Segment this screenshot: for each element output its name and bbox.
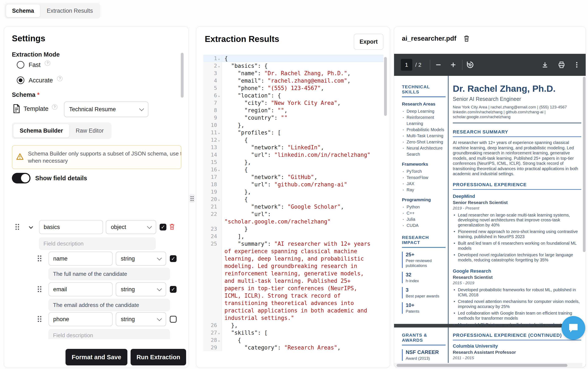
run-extraction-button[interactable]: Run Extraction bbox=[131, 349, 186, 365]
code-line[interactable]: practical applications in both academic … bbox=[203, 307, 383, 314]
code-line[interactable]: industrial settings." bbox=[203, 314, 383, 322]
grip-dots-icon bbox=[190, 196, 194, 201]
tab-raw-editor[interactable]: Raw Editor bbox=[69, 124, 110, 137]
field-type-select[interactable]: object bbox=[106, 220, 156, 234]
field-description-input[interactable]: The full name of the candidate bbox=[49, 268, 170, 280]
pdf-horizontal-scrollbar[interactable] bbox=[394, 363, 582, 368]
field-type-select[interactable]: string bbox=[116, 282, 166, 296]
chat-widget-button[interactable] bbox=[561, 316, 585, 340]
code-line[interactable]: 8 "region": "", bbox=[203, 107, 383, 114]
format-and-save-button[interactable]: Format and Save bbox=[65, 349, 127, 365]
drag-handle-icon[interactable] bbox=[38, 256, 42, 262]
radio-accurate[interactable]: Accurate ? bbox=[17, 76, 63, 84]
code-line[interactable]: modeling. Led groundbreaking research in bbox=[203, 262, 383, 270]
field-type-select[interactable]: string bbox=[116, 252, 166, 266]
code-line[interactable]: 18 "url": "github.com/rzhang-ai" bbox=[203, 181, 383, 188]
delete-field-button[interactable] bbox=[169, 224, 175, 230]
resume-main: Dr. Rachel Zhang, Ph.D. Senior AI Resear… bbox=[453, 83, 581, 332]
code-line[interactable]: 12⌄ { bbox=[203, 136, 383, 144]
code-line[interactable]: 15 }, bbox=[203, 158, 383, 166]
skill-item: Reinforcement Learning bbox=[402, 114, 446, 127]
field-required-checkbox[interactable]: ✓ bbox=[170, 255, 177, 262]
field-name-input[interactable]: basics bbox=[39, 220, 103, 234]
code-line[interactable]: 23 } bbox=[203, 225, 383, 233]
code-line[interactable]: 3 "name": "Dr. Rachel Zhang, Ph.D.", bbox=[203, 70, 383, 77]
field-name-input[interactable]: email bbox=[49, 282, 113, 296]
code-line[interactable]: 28⌄ { bbox=[203, 336, 383, 344]
code-line[interactable]: reinforcement learning, generative model… bbox=[203, 270, 383, 277]
code-line[interactable]: 25 "summary": "AI researcher with 12+ ye… bbox=[203, 240, 383, 247]
code-line[interactable]: of experience spanning classical machine bbox=[203, 247, 383, 255]
drag-handle-icon[interactable] bbox=[38, 286, 42, 293]
settings-scrollbar[interactable] bbox=[181, 53, 184, 98]
skill-item: TensorFlow bbox=[402, 174, 446, 181]
radio-fast[interactable]: Fast ? bbox=[17, 61, 50, 69]
help-icon[interactable]: ? bbox=[57, 76, 63, 81]
drag-handle-icon[interactable] bbox=[38, 316, 42, 322]
code-line[interactable]: 7 "city": "New York City Area", bbox=[203, 99, 383, 107]
field-description-input[interactable]: The email address of the candidate bbox=[49, 299, 170, 311]
delete-pdf-button[interactable] bbox=[463, 35, 470, 42]
help-icon[interactable]: ? bbox=[45, 60, 50, 66]
page-number-input[interactable]: 1 bbox=[401, 59, 412, 71]
chevron-down-icon bbox=[157, 286, 162, 291]
show-field-details-toggle[interactable] bbox=[12, 173, 31, 184]
tab-extraction-results[interactable]: Extraction Results bbox=[41, 4, 99, 17]
code-line[interactable]: 17 "network": "GitHub", bbox=[203, 173, 383, 181]
rule bbox=[453, 340, 581, 340]
code-line[interactable]: 10 }, bbox=[203, 121, 383, 129]
skills-title: TECHNICAL SKILLS bbox=[402, 84, 446, 94]
drag-handle-icon[interactable] bbox=[15, 224, 20, 230]
code-line[interactable]: and multi-task learning. Published 25+ bbox=[203, 277, 383, 285]
code-line[interactable]: 16⌄ { bbox=[203, 166, 383, 173]
editor-scrollbar[interactable] bbox=[384, 57, 387, 116]
rotate-button[interactable] bbox=[464, 59, 476, 71]
radio-fast-icon[interactable] bbox=[17, 61, 24, 69]
code-line[interactable]: 9 "country": "" bbox=[203, 114, 383, 121]
code-line[interactable]: 27⌄ "skills": [ bbox=[203, 329, 383, 336]
chevron-down-icon[interactable] bbox=[29, 225, 33, 229]
code-line[interactable]: 2⌄ "basics": { bbox=[203, 62, 383, 70]
code-line[interactable]: 13 "network": "LinkedIn", bbox=[203, 144, 383, 151]
code-line[interactable]: 21 "network": "Google Scholar", bbox=[203, 203, 383, 210]
radio-accurate-icon[interactable] bbox=[17, 76, 24, 84]
template-select[interactable]: Technical Resume bbox=[64, 102, 148, 117]
pdf-viewer[interactable]: TECHNICAL SKILLS Research AreasDeep Lear… bbox=[394, 76, 586, 368]
code-line[interactable]: 1⌄{ bbox=[203, 55, 383, 62]
field-type-select[interactable]: string bbox=[116, 312, 166, 326]
field-description-input[interactable]: Field description bbox=[49, 329, 170, 339]
field-name-input[interactable]: phone bbox=[49, 312, 113, 326]
code-line[interactable]: 19 }, bbox=[203, 188, 383, 195]
download-icon[interactable] bbox=[539, 59, 551, 71]
json-code-editor[interactable]: 1⌄{2⌄ "basics": {3 "name": "Dr. Rachel Z… bbox=[203, 55, 383, 354]
help-icon[interactable]: ? bbox=[52, 104, 57, 110]
more-options-icon[interactable] bbox=[571, 59, 583, 71]
code-line[interactable]: 5 "phone": "(555) 123-4567", bbox=[203, 84, 383, 92]
field-required-checkbox[interactable] bbox=[170, 316, 177, 323]
field-name-input[interactable]: name bbox=[49, 252, 113, 266]
code-line[interactable]: transitioning theoretical advances into bbox=[203, 299, 383, 307]
code-line[interactable]: 6⌄ "location": { bbox=[203, 92, 383, 99]
field-required-checkbox[interactable]: ✓ bbox=[160, 224, 166, 230]
code-line[interactable]: 29 "category": "Research Areas", bbox=[203, 344, 383, 351]
field-required-checkbox[interactable]: ✓ bbox=[170, 286, 177, 293]
code-line[interactable]: 14 "url": "linkedin.com/in/rachelzhang" bbox=[203, 151, 383, 158]
code-line[interactable]: 26 }, bbox=[203, 322, 383, 329]
code-line[interactable]: 11⌄ "profiles": [ bbox=[203, 129, 383, 136]
code-line[interactable]: papers in top-tier conferences (NeurIPS, bbox=[203, 285, 383, 292]
export-button[interactable]: Export bbox=[354, 34, 383, 50]
tab-schema-builder[interactable]: Schema Builder bbox=[13, 124, 69, 137]
code-line[interactable]: learning, deep learning, and probabilist… bbox=[203, 255, 383, 262]
panel-resize-handle[interactable] bbox=[189, 195, 195, 203]
field-description-input[interactable]: Field description bbox=[39, 237, 156, 250]
code-line[interactable]: 20⌄ { bbox=[203, 195, 383, 203]
tab-schema[interactable]: Schema bbox=[6, 4, 40, 17]
code-line[interactable]: 4 "email": "rachel.zhang@email.com", bbox=[203, 77, 383, 84]
zoom-in-button[interactable] bbox=[447, 59, 459, 71]
zoom-out-button[interactable] bbox=[432, 59, 444, 71]
print-icon[interactable] bbox=[556, 59, 567, 71]
code-line[interactable]: 24 ], bbox=[203, 233, 383, 240]
code-line[interactable]: "scholar.google.com/rachelzhang" bbox=[203, 218, 383, 225]
code-line[interactable]: 22 "url": bbox=[203, 210, 383, 218]
code-line[interactable]: ICML, ICLR). Strong track record of bbox=[203, 292, 383, 299]
